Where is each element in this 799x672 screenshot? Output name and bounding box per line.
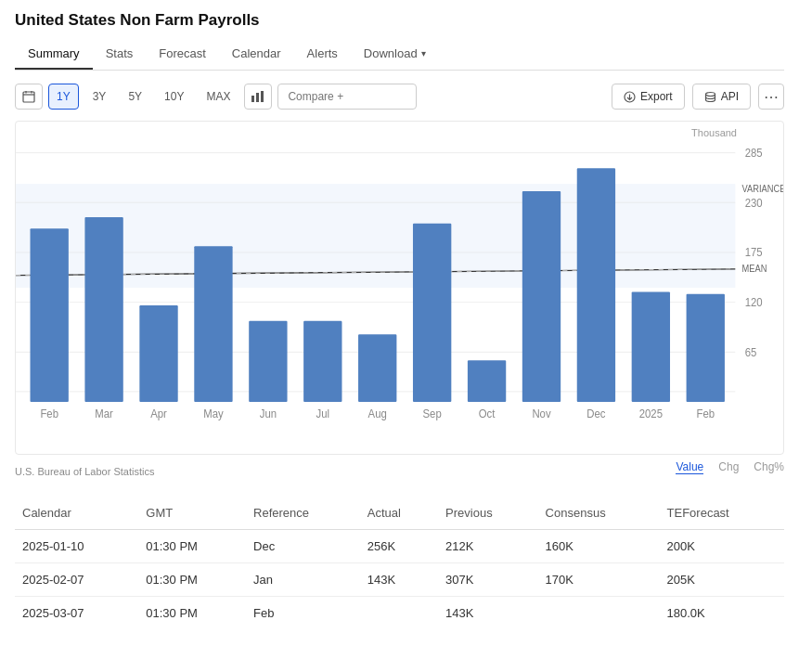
time-5y-button[interactable]: 5Y [120,84,150,110]
time-10y-button[interactable]: 10Y [156,84,192,110]
svg-text:2025: 2025 [639,407,664,420]
col-actual: Actual [360,497,438,530]
tab-alerts[interactable]: Alerts [294,39,351,70]
value-tab-chgpct[interactable]: Chg% [754,460,784,474]
svg-text:Sep: Sep [423,407,443,420]
api-button[interactable]: API [692,84,751,110]
svg-text:Jun: Jun [260,407,277,420]
bar-chart-icon [251,90,265,103]
cell-previous: 307K [438,563,538,597]
value-tabs: Value Chg Chg% [676,460,784,474]
cell-consensus: 160K [538,530,660,563]
chart-svg: Feb Mar Apr May Jun Jul Aug Sep Oct Nov … [16,122,783,454]
svg-text:230: 230 [745,196,763,210]
col-consensus: Consensus [538,497,660,530]
tab-forecast[interactable]: Forecast [146,39,219,70]
data-table: Calendar GMT Reference Actual Previous C… [15,497,784,629]
cell-actual: 143K [360,563,438,597]
svg-rect-19 [31,228,69,402]
tab-summary[interactable]: Summary [15,39,93,70]
svg-rect-21 [139,305,177,402]
tab-calendar[interactable]: Calendar [219,39,294,70]
cell-reference: Jan [246,563,360,597]
svg-text:120: 120 [745,296,763,310]
chart-type-button[interactable] [244,84,272,110]
export-icon [624,91,636,103]
cell-gmt: 01:30 PM [138,530,246,563]
cell-calendar: 2025-02-07 [15,563,138,597]
tab-stats[interactable]: Stats [93,39,147,70]
export-button[interactable]: Export [612,84,685,110]
cell-calendar: 2025-03-07 [15,597,138,630]
toolbar-right: Export API ⋯ [612,84,784,110]
svg-text:Dec: Dec [586,407,605,420]
time-max-button[interactable]: MAX [198,84,238,110]
svg-rect-20 [84,217,122,402]
svg-text:Feb: Feb [696,407,715,420]
svg-rect-6 [261,91,264,102]
svg-text:Jul: Jul [316,407,330,420]
svg-text:Aug: Aug [368,407,387,420]
nav-tabs: Summary Stats Forecast Calendar Alerts D… [15,39,784,71]
svg-text:175: 175 [745,246,763,260]
svg-rect-0 [23,92,34,102]
svg-rect-28 [522,191,561,402]
svg-rect-31 [687,294,725,402]
cell-consensus [538,597,660,630]
value-tab-value[interactable]: Value [676,460,703,474]
value-tab-chg[interactable]: Chg [718,460,739,474]
cell-actual [360,597,438,630]
svg-text:65: 65 [745,345,757,359]
cell-actual: 256K [360,530,438,563]
svg-rect-29 [577,168,615,402]
table-header-row: Calendar GMT Reference Actual Previous C… [15,497,784,530]
page-container: United States Non Farm Payrolls Summary … [0,0,799,672]
svg-point-9 [705,92,715,96]
svg-text:VARIANCE: VARIANCE [742,184,783,194]
svg-text:Mar: Mar [95,407,113,420]
svg-text:Apr: Apr [150,407,167,420]
source-label: U.S. Bureau of Labor Statistics [15,466,154,477]
svg-rect-27 [468,360,506,402]
svg-rect-24 [303,321,342,402]
svg-text:Feb: Feb [40,407,58,420]
tab-download[interactable]: Download ▾ [351,39,439,70]
time-1y-button[interactable]: 1Y [48,84,79,110]
svg-rect-4 [251,96,254,102]
chart-footer: U.S. Bureau of Labor Statistics Value Ch… [15,460,784,485]
page-title: United States Non Farm Payrolls [15,11,784,30]
svg-rect-25 [358,334,396,402]
svg-rect-23 [249,321,287,402]
chart-unit: Thousand [691,127,737,138]
more-options-button[interactable]: ⋯ [758,84,784,110]
cell-previous: 212K [438,530,538,563]
svg-text:Nov: Nov [532,407,550,420]
cell-teforecast: 180.0K [660,597,784,630]
table-row: 2025-03-07 01:30 PM Feb 143K 180.0K [15,597,784,630]
toolbar-left: 1Y 3Y 5Y 10Y MAX [15,84,417,110]
col-gmt: GMT [138,497,246,530]
col-calendar: Calendar [15,497,138,530]
svg-text:285: 285 [745,147,763,161]
calendar-icon [22,90,35,103]
cell-previous: 143K [438,597,538,630]
svg-rect-30 [632,291,670,402]
cell-teforecast: 205K [660,563,784,597]
dropdown-arrow-icon: ▾ [421,48,426,58]
svg-text:May: May [203,407,224,420]
table-row: 2025-01-10 01:30 PM Dec 256K 212K 160K 2… [15,530,784,563]
cell-reference: Feb [246,597,360,630]
calendar-icon-button[interactable] [15,84,43,110]
cell-consensus: 170K [538,563,660,597]
cell-gmt: 01:30 PM [138,597,246,630]
svg-rect-5 [256,93,259,102]
time-3y-button[interactable]: 3Y [84,84,115,110]
cell-gmt: 01:30 PM [138,563,246,597]
col-teforecast: TEForecast [660,497,784,530]
svg-text:Oct: Oct [479,407,496,420]
cell-reference: Dec [246,530,360,563]
toolbar: 1Y 3Y 5Y 10Y MAX Export [15,80,784,113]
cell-calendar: 2025-01-10 [15,530,138,563]
cell-teforecast: 200K [660,530,784,563]
compare-input[interactable] [277,84,417,110]
